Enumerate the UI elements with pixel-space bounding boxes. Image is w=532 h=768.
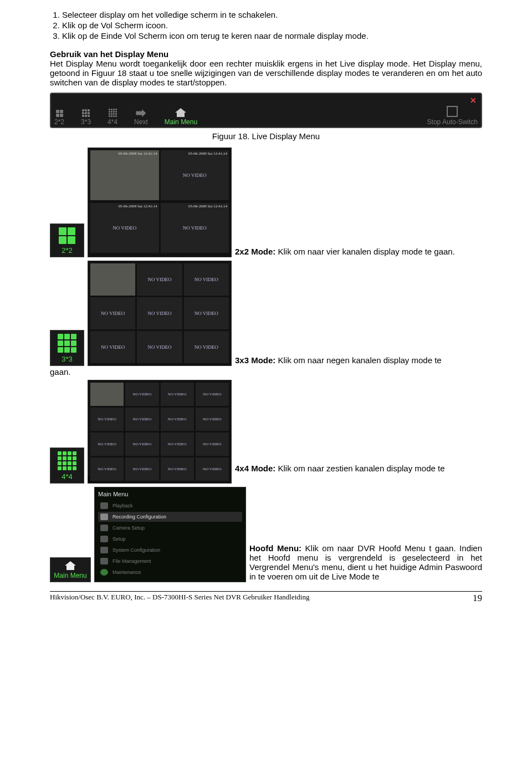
grid-2x2-icon	[56, 110, 63, 117]
no-video-tile: NO VIDEO	[196, 433, 229, 456]
preview-4x4: NO VIDEO NO VIDEO NO VIDEO NO VIDEO NO V…	[88, 380, 232, 484]
mode-2x2-description: 2x2 Mode: Klik om naar vier kanalen disp…	[235, 247, 482, 257]
grid-4x4-icon	[58, 451, 76, 470]
preview-3x3: NO VIDEO NO VIDEO NO VIDEO NO VIDEO NO V…	[88, 261, 232, 366]
no-video-tile: 05-06-2009 Sat 12:41:14NO VIDEO	[161, 203, 229, 253]
arrow-right-icon	[136, 109, 146, 117]
mode-3x3-row: 3*3 NO VIDEO NO VIDEO NO VIDEO NO VIDEO …	[50, 261, 482, 366]
menu-label: Stop Auto-Switch	[427, 118, 478, 126]
mode-2x2-button[interactable]: 2*2	[50, 223, 84, 257]
main-menu-title: Main Menu	[98, 491, 242, 497]
grid-3x3-icon	[58, 334, 76, 353]
menu-label: 2*2	[54, 118, 64, 126]
no-video-tile: NO VIDEO	[196, 383, 229, 406]
camera-tile: 05-06-2009 Sat 12:41:14	[90, 150, 159, 200]
close-icon[interactable]: ✕	[470, 96, 477, 105]
grid-4x4-icon	[109, 109, 117, 117]
mode-3x3-description: 3x3 Mode: Klik om naar negen kanalen dis…	[235, 355, 482, 366]
camera-icon	[100, 525, 108, 531]
menu-label: Next	[134, 118, 148, 126]
mode-2x2-row: 2*2 05-06-2009 Sat 12:41:14 05-06-2009 S…	[50, 148, 482, 257]
no-video-tile: NO VIDEO	[137, 263, 182, 296]
menu-item-stop-auto-switch[interactable]: Stop Auto-Switch	[427, 106, 478, 126]
no-video-tile: NO VIDEO	[137, 331, 182, 363]
mode-4x4-button[interactable]: 4*4	[50, 447, 84, 484]
grid-2x2-icon	[59, 227, 75, 244]
menu-item-camera-setup[interactable]: Camera Setup	[98, 523, 242, 533]
no-video-tile: 05-06-2009 Sat 12:41:14NO VIDEO	[161, 150, 229, 200]
no-video-tile: NO VIDEO	[125, 433, 158, 456]
maintenance-icon	[100, 569, 108, 576]
mode-4x4-row: 4*4 NO VIDEO NO VIDEO NO VIDEO NO VIDEO …	[50, 380, 482, 484]
footer-left: Hikvision/Osec B.V. EURO, Inc. – DS-7300…	[50, 593, 309, 604]
no-video-tile: NO VIDEO	[90, 408, 124, 431]
main-menu-icon-label: Main Menu	[54, 572, 86, 579]
setup-icon	[100, 536, 108, 542]
step: Klik op de Einde Vol Scherm icon om teru…	[62, 31, 482, 40]
system-icon	[100, 547, 108, 553]
numbered-steps: Selecteer display om het volledige scher…	[50, 10, 482, 40]
menu-label: 4*4	[108, 118, 117, 126]
no-video-tile: NO VIDEO	[90, 331, 135, 363]
no-video-tile: NO VIDEO	[161, 457, 194, 481]
section-body: Het Display Menu wordt toegankelijk door…	[50, 59, 482, 87]
menu-item-system-config[interactable]: System Configuration	[98, 545, 242, 555]
house-icon	[65, 561, 76, 570]
preview-2x2: 05-06-2009 Sat 12:41:14 05-06-2009 Sat 1…	[88, 148, 232, 257]
mode-icon-label: 2*2	[62, 246, 73, 255]
main-menu-button[interactable]: Main Menu	[50, 557, 91, 582]
no-video-tile: 05-06-2009 Sat 12:41:14NO VIDEO	[90, 203, 159, 253]
no-video-tile: NO VIDEO	[161, 433, 194, 456]
menu-label: 3*3	[81, 118, 91, 126]
menu-item-3x3[interactable]: 3*3	[81, 109, 91, 126]
mode-4x4-description: 4x4 Mode: Klik om naar zestien kanalen d…	[235, 464, 482, 484]
live-display-menu: ✕ 2*2 3*3 4*4 Next Main Menu Stop Auto-S…	[50, 93, 482, 128]
page-number: 19	[473, 593, 482, 604]
mode-icon-label: 3*3	[62, 355, 73, 363]
no-video-tile: NO VIDEO	[161, 408, 194, 431]
menu-item-4x4[interactable]: 4*4	[108, 109, 117, 126]
file-icon	[100, 558, 108, 564]
no-video-tile: NO VIDEO	[90, 457, 124, 481]
main-menu-row: Main Menu Main Menu Playback Recording C…	[50, 487, 482, 582]
menu-item-playback[interactable]: Playback	[98, 501, 242, 511]
menu-item-file-management[interactable]: File Management	[98, 556, 242, 566]
main-menu-panel: Main Menu Playback Recording Configurati…	[94, 487, 246, 582]
no-video-tile: NO VIDEO	[161, 383, 194, 406]
playback-icon	[100, 502, 108, 509]
menu-item-main-menu[interactable]: Main Menu	[165, 108, 197, 126]
menu-item-maintenance[interactable]: Maintenance	[98, 567, 242, 577]
section-heading: Gebruik van het Display Menu	[50, 49, 168, 59]
step: Klik op de Vol Scherm icoon.	[62, 21, 482, 30]
no-video-tile: NO VIDEO	[90, 433, 124, 456]
mode-3x3-button[interactable]: 3*3	[50, 330, 84, 366]
no-video-tile: NO VIDEO	[196, 408, 229, 431]
section-paragraph: Gebruik van het Display Menu Het Display…	[50, 49, 482, 87]
no-video-tile: NO VIDEO	[125, 383, 158, 406]
no-video-tile: NO VIDEO	[196, 457, 229, 481]
no-video-tile: NO VIDEO	[184, 263, 229, 296]
no-video-tile: NO VIDEO	[184, 331, 229, 363]
figure-caption: Figuur 18. Live Display Menu	[50, 131, 482, 141]
no-video-tile: NO VIDEO	[125, 408, 158, 431]
menu-item-setup[interactable]: Setup	[98, 534, 242, 544]
no-video-tile: NO VIDEO	[90, 297, 135, 329]
page-footer: Hikvision/Osec B.V. EURO, Inc. – DS-7300…	[50, 591, 482, 604]
mode-3x3-trailing: gaan.	[50, 367, 482, 377]
main-menu-description: Hoofd Menu: Klik om naar DVR Hoofd Menu …	[249, 543, 482, 582]
no-video-tile: NO VIDEO	[184, 297, 229, 329]
no-video-tile: NO VIDEO	[137, 297, 182, 329]
menu-item-recording-config[interactable]: Recording Configuration	[98, 512, 242, 522]
camera-tile	[90, 263, 135, 296]
menu-item-2x2[interactable]: 2*2	[54, 110, 64, 126]
grid-3x3-icon	[82, 109, 90, 117]
stop-icon	[447, 106, 458, 117]
no-video-tile: NO VIDEO	[125, 457, 158, 481]
camera-tile	[90, 383, 124, 406]
menu-label: Main Menu	[165, 118, 197, 126]
mode-icon-label: 4*4	[62, 472, 73, 481]
menu-item-next[interactable]: Next	[134, 109, 148, 126]
house-icon	[175, 108, 186, 117]
recording-icon	[100, 513, 108, 520]
step: Selecteer display om het volledige scher…	[62, 10, 482, 19]
